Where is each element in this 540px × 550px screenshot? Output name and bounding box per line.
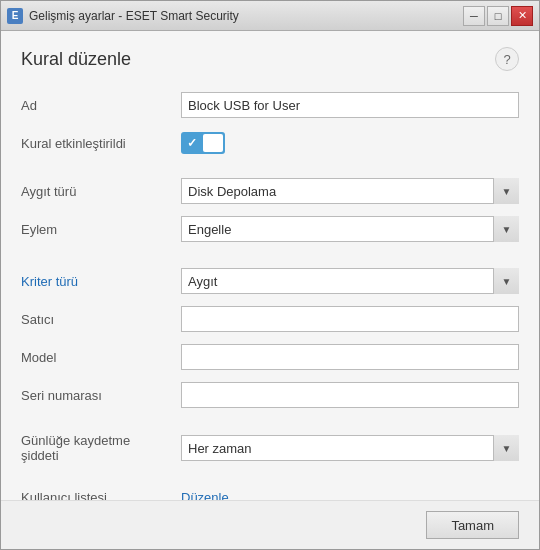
vendor-row: Satıcı xyxy=(21,305,519,333)
toggle-check-icon: ✓ xyxy=(187,136,197,150)
vendor-label: Satıcı xyxy=(21,312,181,327)
vendor-input[interactable] xyxy=(181,306,519,332)
model-control xyxy=(181,344,519,370)
serial-label: Seri numarası xyxy=(21,388,181,403)
content-area: Kural düzenle ? Ad Kural etkinleştirildi… xyxy=(1,31,539,500)
maximize-button[interactable]: □ xyxy=(487,6,509,26)
criteria-type-label: Kriter türü xyxy=(21,274,181,289)
criteria-type-select[interactable]: Aygıt xyxy=(181,268,519,294)
serial-row: Seri numarası xyxy=(21,381,519,409)
window-title: Gelişmiş ayarlar - ESET Smart Security xyxy=(29,9,463,23)
enabled-toggle[interactable]: ✓ xyxy=(181,132,225,154)
log-severity-select[interactable]: Her zaman xyxy=(181,435,519,461)
help-button[interactable]: ? xyxy=(495,47,519,71)
action-wrapper: Engelle ▼ xyxy=(181,216,519,242)
enabled-label: Kural etkinleştirildi xyxy=(21,136,181,151)
window-controls: ─ □ ✕ xyxy=(463,6,533,26)
page-title: Kural düzenle xyxy=(21,49,131,70)
minimize-button[interactable]: ─ xyxy=(463,6,485,26)
device-type-row: Aygıt türü Disk Depolama ▼ xyxy=(21,177,519,205)
criteria-type-wrapper: Aygıt ▼ xyxy=(181,268,519,294)
serial-control xyxy=(181,382,519,408)
user-list-edit-link[interactable]: Düzenle xyxy=(181,490,229,501)
footer: Tamam xyxy=(1,500,539,549)
criteria-type-control: Aygıt ▼ xyxy=(181,268,519,294)
device-type-select[interactable]: Disk Depolama xyxy=(181,178,519,204)
log-severity-control: Her zaman ▼ xyxy=(181,435,519,461)
criteria-type-row: Kriter türü Aygıt ▼ xyxy=(21,267,519,295)
title-bar: E Gelişmiş ayarlar - ESET Smart Security… xyxy=(1,1,539,31)
model-input[interactable] xyxy=(181,344,519,370)
name-label: Ad xyxy=(21,98,181,113)
main-window: E Gelişmiş ayarlar - ESET Smart Security… xyxy=(0,0,540,550)
action-control: Engelle ▼ xyxy=(181,216,519,242)
device-type-control: Disk Depolama ▼ xyxy=(181,178,519,204)
device-type-label: Aygıt türü xyxy=(21,184,181,199)
device-type-wrapper: Disk Depolama ▼ xyxy=(181,178,519,204)
action-row: Eylem Engelle ▼ xyxy=(21,215,519,243)
model-label: Model xyxy=(21,350,181,365)
name-input[interactable] xyxy=(181,92,519,118)
page-header: Kural düzenle ? xyxy=(21,47,519,71)
log-severity-label: Günlüğe kaydetme şiddeti xyxy=(21,433,181,463)
action-select[interactable]: Engelle xyxy=(181,216,519,242)
action-label: Eylem xyxy=(21,222,181,237)
user-list-control: Düzenle xyxy=(181,490,519,501)
log-severity-row: Günlüğe kaydetme şiddeti Her zaman ▼ xyxy=(21,433,519,463)
close-button[interactable]: ✕ xyxy=(511,6,533,26)
name-row: Ad xyxy=(21,91,519,119)
app-icon: E xyxy=(7,8,23,24)
enabled-row: Kural etkinleştirildi ✓ xyxy=(21,129,519,157)
model-row: Model xyxy=(21,343,519,371)
user-list-label: Kullanıcı listesi xyxy=(21,490,181,501)
serial-input[interactable] xyxy=(181,382,519,408)
user-list-row: Kullanıcı listesi Düzenle xyxy=(21,483,519,500)
ok-button[interactable]: Tamam xyxy=(426,511,519,539)
name-field-container xyxy=(181,92,519,118)
vendor-control xyxy=(181,306,519,332)
log-severity-wrapper: Her zaman ▼ xyxy=(181,435,519,461)
enabled-control: ✓ xyxy=(181,132,519,154)
toggle-knob xyxy=(203,134,223,152)
